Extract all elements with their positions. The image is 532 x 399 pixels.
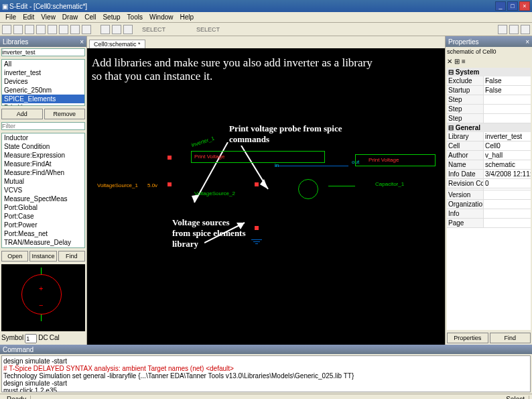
capacitor-label: Capacitor_1 bbox=[375, 181, 404, 187]
close-button[interactable]: × bbox=[519, 1, 530, 11]
vs1-value: 5.0v bbox=[147, 182, 157, 188]
properties-tab-button[interactable]: Properties bbox=[447, 333, 488, 343]
tool-probe-icon[interactable] bbox=[509, 25, 519, 34]
status-bar: Ready Select bbox=[0, 394, 532, 399]
tool-sim-icon[interactable] bbox=[498, 25, 507, 34]
properties-panel: Properties × schematic of Cell0 ✕ ⊞ ≡ ⊟ … bbox=[445, 36, 532, 345]
node-icon bbox=[255, 226, 259, 230]
remove-library-button[interactable]: Remove bbox=[44, 109, 86, 119]
inverter-symbol bbox=[298, 179, 318, 199]
annotation-probe: Print voltage probe from spice commands bbox=[228, 122, 362, 146]
node-icon bbox=[168, 182, 172, 186]
symbol-preview: + − bbox=[1, 264, 85, 331]
node-icon bbox=[168, 156, 172, 160]
print-voltage-label: Print Voltage bbox=[194, 154, 224, 160]
menu-cell[interactable]: Cell bbox=[81, 13, 99, 21]
cell-item[interactable]: Port:Power bbox=[2, 221, 84, 229]
add-library-button[interactable]: Add bbox=[1, 109, 43, 119]
view-label: Symbol bbox=[1, 334, 23, 343]
wire bbox=[275, 166, 348, 166]
menu-view[interactable]: View bbox=[38, 13, 59, 21]
menu-edit[interactable]: Edit bbox=[19, 13, 38, 21]
page-index[interactable] bbox=[25, 334, 37, 343]
minimize-button[interactable]: _ bbox=[495, 1, 506, 11]
lib-item[interactable]: Devices bbox=[2, 77, 84, 86]
lib-item[interactable]: Generic_250nm bbox=[2, 86, 84, 95]
menu-window[interactable]: Window bbox=[146, 13, 177, 21]
command-header: Command bbox=[0, 345, 532, 354]
lib-item[interactable]: Primitives bbox=[2, 103, 84, 106]
libraries-header: Libraries × bbox=[0, 36, 86, 47]
cell-item[interactable]: Inductor bbox=[2, 133, 84, 142]
tool-paste-icon[interactable] bbox=[59, 25, 68, 34]
properties-header: Properties × bbox=[446, 36, 532, 47]
lib-item-selected[interactable]: SPICE_Elements bbox=[2, 95, 84, 103]
cell-filter-input[interactable] bbox=[1, 122, 85, 130]
tool-undo-icon[interactable] bbox=[70, 25, 80, 34]
group-system[interactable]: ⊟ System bbox=[447, 68, 531, 76]
find-cell-button[interactable]: Find bbox=[58, 251, 85, 262]
gnd-icon bbox=[251, 239, 262, 240]
tool-zoom-icon[interactable] bbox=[101, 25, 110, 34]
cell-item[interactable]: Mutual bbox=[2, 177, 84, 186]
library-filter-input[interactable] bbox=[1, 48, 85, 56]
properties-subheader: schematic of Cell0 bbox=[446, 47, 532, 56]
prop-tool-icon[interactable]: ⊞ bbox=[454, 58, 460, 65]
cell-item[interactable]: Port:Meas_net bbox=[2, 229, 84, 238]
cell-item[interactable]: State Condition bbox=[2, 142, 84, 151]
tool-select-icon[interactable] bbox=[112, 25, 121, 34]
libraries-panel: Libraries × All inverter_test Devices Ge… bbox=[0, 36, 87, 345]
command-output[interactable]: design simulate -start # T-Spice DELAYED… bbox=[1, 355, 531, 392]
vs1-label: VoltageSource_1 bbox=[97, 182, 138, 188]
cell-item[interactable]: Measure_SpectMeas bbox=[2, 194, 84, 203]
group-general[interactable]: ⊟ General bbox=[447, 123, 531, 132]
toolbar-1: SELECT SELECT bbox=[0, 23, 532, 36]
print-voltage-label-2: Print Voltage bbox=[369, 157, 399, 163]
open-cell-button[interactable]: Open bbox=[1, 251, 28, 262]
window-title: S-Edit - [Cell0:schematic*] bbox=[8, 3, 495, 10]
lib-item[interactable]: inverter_test bbox=[2, 68, 84, 77]
menu-tools[interactable]: Tools bbox=[124, 13, 146, 21]
annotation-libraries: Add libraries and make sure you also add… bbox=[90, 55, 385, 85]
find-tab-button[interactable]: Find bbox=[490, 333, 531, 343]
cell-item[interactable]: VCVS bbox=[2, 186, 84, 194]
cell-item[interactable]: Measure:FindAt bbox=[2, 160, 84, 168]
cell-item[interactable]: Measure:Expression bbox=[2, 151, 84, 160]
tool-new-icon[interactable] bbox=[2, 25, 11, 34]
wire bbox=[328, 186, 355, 186]
cell-item[interactable]: Port:Global bbox=[2, 203, 84, 212]
prop-tool-icon[interactable]: ≡ bbox=[462, 58, 466, 65]
menu-bar: File Edit View Draw Cell Setup Tools Win… bbox=[0, 12, 532, 23]
prop-tool-icon[interactable]: ✕ bbox=[447, 58, 452, 65]
cell-list[interactable]: Inductor State Condition Measure:Express… bbox=[1, 133, 85, 248]
tool-cut-icon[interactable] bbox=[36, 25, 46, 34]
cell-item[interactable]: Port:Case bbox=[2, 212, 84, 221]
cell-item[interactable]: TRAN/Measure_Delay bbox=[2, 238, 84, 247]
tool-save-icon[interactable] bbox=[25, 25, 34, 34]
maximize-button[interactable]: □ bbox=[507, 1, 518, 11]
tool-redo-icon[interactable] bbox=[82, 25, 91, 34]
schematic-canvas[interactable]: Add libraries and make sure you also add… bbox=[87, 48, 445, 345]
menu-file[interactable]: File bbox=[2, 13, 19, 21]
app-icon: ▣ bbox=[2, 3, 8, 10]
lib-item[interactable]: All bbox=[2, 60, 84, 68]
properties-grid[interactable]: ⊟ System ExcludeFalse StartupFalse Step … bbox=[447, 68, 531, 330]
cell-item[interactable]: TRAN/Measure_RiseTime bbox=[2, 247, 84, 248]
tool-open-icon[interactable] bbox=[13, 25, 23, 34]
cell-item[interactable]: Measure:Find/When bbox=[2, 168, 84, 177]
menu-draw[interactable]: Draw bbox=[59, 13, 81, 21]
annotation-vsource: Voltage sources from spice elements libr… bbox=[171, 216, 251, 251]
document-tabs: Cell0:schematic * bbox=[87, 36, 445, 48]
document-tab[interactable]: Cell0:schematic * bbox=[89, 40, 145, 48]
status-ready: Ready bbox=[3, 396, 31, 399]
panel-close-icon[interactable]: × bbox=[525, 38, 529, 46]
library-list[interactable]: All inverter_test Devices Generic_250nm … bbox=[1, 59, 85, 106]
tool-wire-icon[interactable] bbox=[123, 25, 133, 34]
instance-button[interactable]: Instance bbox=[29, 251, 56, 262]
tool-net-icon[interactable] bbox=[521, 25, 530, 34]
menu-setup[interactable]: Setup bbox=[99, 13, 123, 21]
menu-help[interactable]: Help bbox=[177, 13, 198, 21]
tool-copy-icon[interactable] bbox=[48, 25, 57, 34]
panel-close-icon[interactable]: × bbox=[80, 38, 84, 46]
vs2-label: VoltageSource_2 bbox=[194, 190, 235, 196]
